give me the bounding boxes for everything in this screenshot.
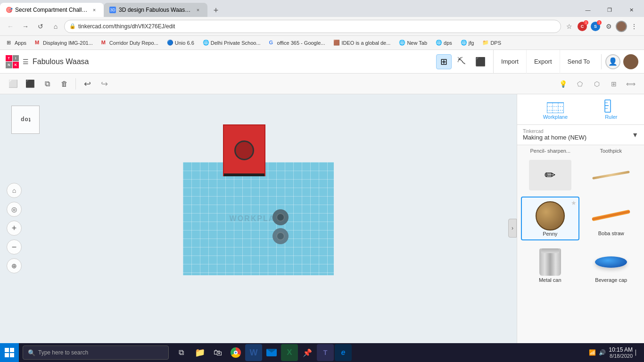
3d-viewport[interactable]: top ⌂ ◎ + − ⊕ WORKPLANE	[0, 94, 517, 362]
build-mode-icon: ⛏	[457, 57, 466, 66]
bookmark-delhi[interactable]: 🌐 Delhi Private Schoo...	[200, 39, 264, 47]
extension1-button[interactable]: C 1	[576, 20, 588, 33]
new-tab-button[interactable]: +	[209, 4, 223, 17]
simulate-button[interactable]: ⬛	[471, 55, 489, 69]
import-button[interactable]: Import	[494, 50, 527, 74]
shape-metal-can[interactable]: Metal can	[521, 243, 579, 286]
penny-object-1[interactable]	[272, 209, 289, 225]
profile-avatar[interactable]	[616, 21, 627, 32]
tab2-close[interactable]: ×	[194, 6, 202, 14]
taskbar-teams-icon[interactable]: T	[317, 344, 334, 361]
send-to-button[interactable]: Send To	[560, 50, 597, 74]
shape-tool1[interactable]: ⬠	[572, 76, 587, 91]
3d-view-button[interactable]: ⊞	[436, 54, 452, 69]
tab-tinkercad[interactable]: 3D 3D design Fabulous Waasa | Tink ×	[104, 3, 207, 17]
tab-secret-compartment[interactable]: 🎯 Secret Compartment Challenge ×	[0, 3, 104, 17]
taskbar-chrome-icon[interactable]	[227, 344, 244, 361]
task-view-button[interactable]: ⧉	[173, 344, 190, 361]
export-button[interactable]: Export	[527, 50, 560, 74]
workplane-button[interactable]: Workplane	[543, 99, 568, 120]
taskbar-files-icon[interactable]: 📁	[191, 344, 208, 361]
group-button[interactable]: ⧉	[40, 76, 55, 91]
show-desktop-button[interactable]: ▏	[636, 350, 639, 356]
zoom-in-button[interactable]: +	[7, 221, 22, 236]
bookmark-corridor-label: Corridor Duty Repo...	[109, 40, 158, 46]
logo-k: K	[13, 62, 19, 68]
bookmark-dps2[interactable]: 📁 DPS	[479, 39, 504, 47]
add-user-button[interactable]: 👤	[605, 54, 620, 69]
bookmark-unio[interactable]: 🔵 Unio 6.6	[164, 39, 197, 47]
light-bulb-button[interactable]: 💡	[555, 76, 570, 91]
bookmark-jfg[interactable]: 🌐 jfg	[458, 39, 477, 47]
network-icon[interactable]: 📶	[589, 349, 596, 356]
dropdown-content: Tinkercad Making at home (NEW)	[523, 129, 632, 141]
bookmark-delhi-label: Delhi Private Schoo...	[211, 40, 261, 46]
home-button[interactable]: ⌂	[49, 20, 62, 33]
home-view-button[interactable]: ⌂	[7, 183, 22, 198]
can-top	[541, 248, 559, 253]
taskbar-mail-icon[interactable]	[263, 344, 280, 361]
build-mode-button[interactable]: ⛏	[454, 55, 470, 68]
maximize-button[interactable]: ❐	[599, 3, 620, 17]
address-bar[interactable]: 🔒 tinkercad.com/things/dhVfiX276EJ/edit	[64, 20, 561, 33]
close-button[interactable]: ✕	[620, 3, 642, 17]
penny-object-2[interactable]	[272, 228, 289, 244]
shape-boba-straw[interactable]: Boba straw	[582, 197, 641, 240]
fit-view-button[interactable]: ◎	[7, 202, 22, 217]
menu-button[interactable]: ⋮	[628, 20, 640, 33]
zoom-out-button[interactable]: −	[7, 239, 22, 255]
copy-to-workplane-button[interactable]: ⬛	[23, 76, 38, 91]
taskbar-word-icon[interactable]: W	[245, 344, 262, 361]
shape-pencil-sharp[interactable]: ✏	[521, 156, 579, 194]
bookmark-jfg-label: jfg	[469, 40, 474, 46]
bookmark-office365[interactable]: G office 365 - Google...	[266, 39, 328, 47]
bookmark-star-button[interactable]: ☆	[563, 20, 575, 33]
forward-button[interactable]: →	[19, 20, 32, 33]
volume-icon[interactable]: 🔊	[599, 349, 606, 356]
panel-dropdown[interactable]: Tinkercad Making at home (NEW) ▼	[517, 125, 644, 145]
extension2-button[interactable]: S 1	[589, 20, 602, 33]
ruler-button[interactable]: Ruler	[604, 99, 618, 120]
bookmark-corridor[interactable]: M Corridor Duty Repo...	[99, 39, 161, 47]
panel-collapse-button[interactable]: ›	[508, 219, 517, 238]
shape-penny[interactable]: ★ Penny	[521, 197, 579, 240]
align-tool[interactable]: ⊞	[606, 76, 621, 91]
minimize-button[interactable]: —	[577, 3, 599, 17]
mirror-tool[interactable]: ⟺	[623, 76, 638, 91]
list-view-button[interactable]: ☰	[23, 58, 29, 66]
clock[interactable]: 10:15 AM 8/18/2020	[609, 346, 633, 359]
bookmark-newtab[interactable]: 🌐 New Tab	[396, 39, 430, 47]
start-button[interactable]	[0, 343, 19, 362]
bookmark-img[interactable]: M Displaying IMG-201...	[32, 39, 96, 47]
taskbar-sticky-icon[interactable]: 📌	[299, 344, 316, 361]
taskbar-excel-icon[interactable]: X	[281, 344, 298, 361]
bookmark-dps2-label: DPS	[490, 40, 501, 46]
red-box-object[interactable]	[223, 124, 265, 176]
profile-avatar[interactable]	[623, 54, 638, 69]
back-button[interactable]: ←	[4, 20, 17, 33]
new-shape-button[interactable]: ⬜	[6, 76, 21, 91]
taskbar-store-icon[interactable]: 🛍	[209, 344, 226, 361]
svg-rect-11	[5, 353, 9, 357]
window-controls: — ❐ ✕	[577, 3, 644, 17]
bookmark-dps[interactable]: 🌐 dps	[433, 39, 455, 47]
bev-cap-thumb	[590, 247, 632, 277]
taskbar-edge-icon[interactable]: e	[335, 344, 352, 361]
shape-toothpick[interactable]	[582, 156, 641, 194]
nav-bar: ← → ↺ ⌂ 🔒 tinkercad.com/things/dhVfiX276…	[0, 17, 644, 36]
orientation-button[interactable]: ⊕	[7, 258, 22, 273]
bookmark-ideo[interactable]: 🟫 IDEO is a global de...	[330, 39, 393, 47]
reload-button[interactable]: ↺	[34, 20, 47, 33]
taskbar-search[interactable]: 🔍 Type here to search	[23, 346, 169, 360]
boba-straw-thumb	[590, 200, 632, 230]
undo-button[interactable]: ↩	[80, 76, 95, 91]
delete-button[interactable]: 🗑	[57, 76, 72, 91]
shape-tool2[interactable]: ⬡	[589, 76, 604, 91]
bev-cap-shape	[595, 256, 627, 268]
bookmark-apps[interactable]: ⊞ Apps	[4, 39, 29, 47]
shape-beverage-cap[interactable]: Beverage cap	[582, 243, 641, 286]
redo-button[interactable]: ↪	[97, 76, 112, 91]
tab1-close[interactable]: ×	[91, 6, 98, 14]
apps-favicon: ⊞	[7, 40, 13, 46]
extensions-button[interactable]: ⚙	[603, 20, 615, 33]
